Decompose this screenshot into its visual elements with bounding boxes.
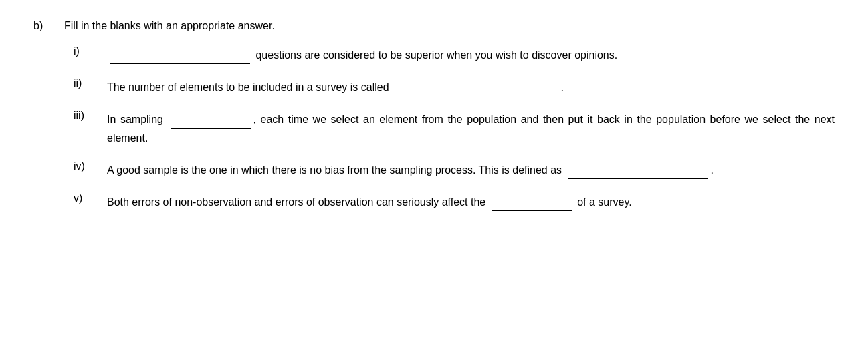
- question-text-ii: The number of elements to be included in…: [107, 77, 835, 96]
- question-item-v: v) Both errors of non-observation and er…: [74, 192, 835, 211]
- question-text-v: Both errors of non-observation and error…: [107, 192, 835, 211]
- question-text-i: questions are considered to be superior …: [107, 45, 835, 64]
- question-text-iv: A good sample is the one in which there …: [107, 160, 835, 179]
- question-item-iv: iv) A good sample is the one in which th…: [74, 160, 835, 179]
- blank-iii[interactable]: [171, 110, 251, 128]
- question-item-i: i) questions are considered to be superi…: [74, 45, 835, 64]
- section-title: Fill in the blanks with an appropriate a…: [64, 20, 275, 32]
- questions-list: i) questions are considered to be superi…: [33, 45, 835, 211]
- blank-v[interactable]: [492, 192, 572, 211]
- blank-iv[interactable]: [568, 160, 708, 179]
- question-num-iv: iv): [74, 160, 107, 172]
- question-item-ii: ii) The number of elements to be include…: [74, 77, 835, 96]
- blank-ii[interactable]: [395, 77, 555, 96]
- blank-i[interactable]: [110, 45, 250, 64]
- question-num-i: i): [74, 45, 107, 57]
- section-label: b): [33, 20, 53, 32]
- question-item-iii: iii) In sampling , each time we select a…: [74, 110, 835, 146]
- section-header: b) Fill in the blanks with an appropriat…: [33, 20, 835, 32]
- question-num-iii: iii): [74, 110, 107, 122]
- question-num-v: v): [74, 192, 107, 204]
- question-num-ii: ii): [74, 77, 107, 90]
- question-text-iii: In sampling , each time we select an ele…: [107, 110, 835, 146]
